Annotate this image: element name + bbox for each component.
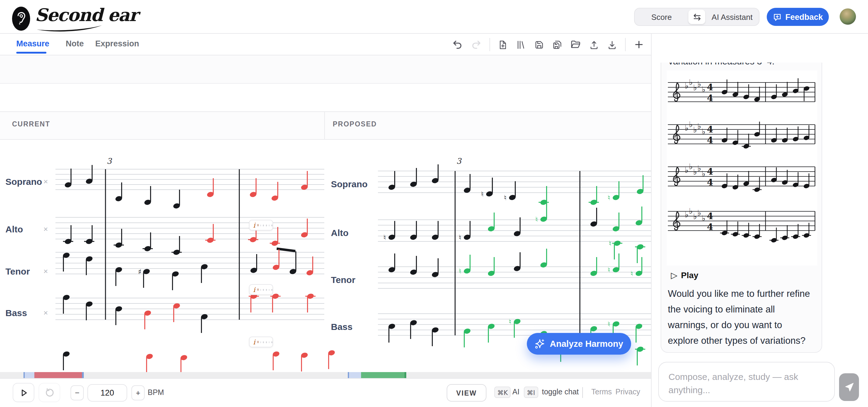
note[interactable]: [328, 349, 336, 369]
note[interactable]: [635, 243, 645, 263]
note[interactable]: [635, 206, 643, 226]
minimap-segment[interactable]: [349, 372, 361, 378]
note[interactable]: ♮: [459, 255, 471, 275]
terms-link[interactable]: Terms: [591, 388, 612, 396]
note[interactable]: [146, 353, 153, 372]
note[interactable]: [388, 253, 396, 273]
note[interactable]: [463, 174, 471, 194]
warning-badge[interactable]: i: [249, 337, 273, 347]
add-icon[interactable]: [633, 39, 644, 50]
bpm-decrease-button[interactable]: −: [70, 385, 84, 400]
new-file-icon[interactable]: [498, 39, 508, 50]
note[interactable]: [62, 294, 70, 314]
note[interactable]: [540, 249, 548, 268]
play-button[interactable]: [13, 383, 34, 402]
note[interactable]: [590, 208, 598, 227]
note[interactable]: ♮: [481, 178, 493, 198]
undo-icon[interactable]: [452, 39, 463, 50]
minimap-segment[interactable]: [82, 372, 84, 378]
note[interactable]: [173, 303, 181, 322]
voice-remove-button-bass[interactable]: ×: [43, 308, 48, 317]
upload-icon[interactable]: [589, 39, 599, 50]
note[interactable]: [635, 346, 645, 366]
note[interactable]: [200, 313, 208, 333]
note[interactable]: [388, 323, 396, 343]
note[interactable]: ♮: [509, 317, 521, 338]
user-avatar[interactable]: [840, 8, 856, 25]
note[interactable]: [388, 171, 396, 191]
note[interactable]: [270, 293, 281, 312]
note[interactable]: [144, 186, 152, 206]
note[interactable]: [410, 256, 417, 275]
tab-measure[interactable]: Measure: [16, 34, 50, 54]
minimap-segment[interactable]: [361, 372, 404, 378]
note[interactable]: [636, 175, 644, 195]
warning-badge[interactable]: i: [249, 220, 273, 231]
reset-playback-button[interactable]: [38, 383, 60, 402]
note[interactable]: [513, 252, 521, 272]
note[interactable]: [301, 352, 308, 371]
save-copy-icon[interactable]: [552, 39, 562, 50]
feedback-button[interactable]: Feedback: [767, 8, 829, 26]
note[interactable]: [249, 293, 259, 312]
note[interactable]: [85, 256, 93, 275]
note[interactable]: [589, 186, 599, 206]
note[interactable]: [115, 306, 123, 325]
redo-icon[interactable]: [471, 39, 482, 50]
note[interactable]: [249, 178, 257, 198]
swap-icon[interactable]: [688, 10, 705, 24]
download-icon[interactable]: [607, 39, 617, 50]
bpm-input[interactable]: [87, 384, 127, 402]
note[interactable]: ♯: [138, 268, 150, 288]
note[interactable]: [172, 271, 179, 290]
send-message-button[interactable]: [839, 373, 859, 401]
note[interactable]: [463, 328, 471, 347]
voice-remove-button-alto[interactable]: ×: [43, 225, 48, 234]
tab-expression[interactable]: Expression: [95, 34, 139, 54]
note[interactable]: [487, 212, 495, 232]
analyze-harmony-button[interactable]: Analyze Harmony: [527, 333, 631, 354]
note[interactable]: [85, 165, 93, 184]
folder-open-icon[interactable]: [570, 39, 581, 50]
warning-badge[interactable]: i: [249, 284, 273, 295]
note[interactable]: [115, 266, 123, 286]
note[interactable]: [200, 263, 208, 283]
ai-chat-input[interactable]: Compose, analyze, study — ask anything..…: [658, 362, 835, 402]
note[interactable]: [250, 254, 258, 274]
note[interactable]: ♮: [609, 239, 622, 260]
note[interactable]: [85, 301, 93, 320]
toggle-ai-option[interactable]: AI Assistant: [705, 12, 759, 21]
note[interactable]: ♮: [608, 253, 620, 274]
privacy-link[interactable]: Privacy: [615, 388, 640, 396]
note[interactable]: [173, 190, 181, 209]
view-button[interactable]: VIEW: [447, 384, 487, 402]
note[interactable]: ♮: [383, 221, 396, 242]
note[interactable]: ♮: [630, 257, 643, 278]
note[interactable]: [513, 217, 521, 237]
note[interactable]: [612, 212, 620, 232]
note[interactable]: ♮: [459, 221, 471, 242]
ai-play-button[interactable]: ▷Play: [671, 270, 698, 280]
note[interactable]: [180, 354, 188, 372]
note[interactable]: [301, 171, 308, 191]
note[interactable]: [431, 164, 439, 184]
save-icon[interactable]: [534, 39, 544, 50]
note[interactable]: [431, 258, 439, 278]
minimap-segment[interactable]: [34, 372, 82, 378]
tab-note[interactable]: Note: [66, 34, 84, 54]
note[interactable]: [431, 327, 439, 346]
minimap-segment[interactable]: [404, 372, 406, 378]
voice-remove-button-tenor[interactable]: ×: [43, 267, 48, 276]
note[interactable]: ♮: [608, 181, 620, 202]
voice-remove-button-soprano[interactable]: ×: [43, 177, 48, 186]
minimap-segment[interactable]: [25, 372, 34, 378]
library-icon[interactable]: [516, 39, 526, 50]
note[interactable]: [62, 351, 70, 370]
note[interactable]: [207, 178, 214, 198]
note[interactable]: [538, 186, 549, 206]
note[interactable]: ♮: [504, 181, 516, 202]
note[interactable]: [272, 351, 280, 370]
note[interactable]: [64, 169, 72, 188]
bpm-increase-button[interactable]: +: [131, 385, 145, 400]
note[interactable]: [114, 229, 124, 248]
